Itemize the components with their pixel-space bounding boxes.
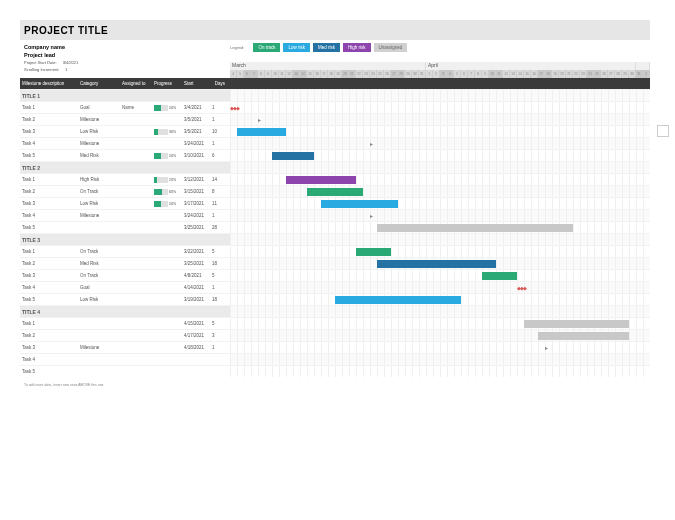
timeline-header: MarchApril 45678910111213141516171819202…: [230, 62, 650, 78]
info-panel: Company name Project lead Project Start …: [20, 40, 230, 78]
task-row[interactable]: Task 5Low Risk3/19/202118: [20, 293, 650, 305]
task-row[interactable]: Task 5Med Risk50%3/10/20216: [20, 149, 650, 161]
task-row[interactable]: Task 1GoalName50%3/4/20211: [20, 101, 650, 113]
group-row[interactable]: TITLE 3: [20, 233, 650, 245]
scroll-value: 1: [65, 67, 67, 72]
month-label: [636, 62, 650, 70]
task-row[interactable]: Task 2Med Risk3/25/202118: [20, 257, 650, 269]
gantt-bar[interactable]: [286, 176, 356, 184]
task-row[interactable]: Task 4Milestone3/24/20211: [20, 137, 650, 149]
month-label: March: [230, 62, 426, 70]
legend-medrisk: Med risk: [313, 43, 340, 52]
gantt-bar[interactable]: [524, 320, 629, 328]
task-row[interactable]: Task 5: [20, 365, 650, 377]
task-row[interactable]: Task 53/25/202128: [20, 221, 650, 233]
task-row[interactable]: Task 24/17/20213: [20, 329, 650, 341]
task-row[interactable]: Task 3Milestone4/18/20211: [20, 341, 650, 353]
legend-unassigned: Unassigned: [374, 43, 408, 52]
company-name: Company name: [24, 43, 226, 51]
gantt-bar[interactable]: [377, 224, 573, 232]
gantt-bar[interactable]: [538, 332, 629, 340]
legend-highrisk: High risk: [343, 43, 371, 52]
task-row[interactable]: Task 4Goal4/14/20211: [20, 281, 650, 293]
stray-selection-box: [657, 125, 669, 137]
task-row[interactable]: Task 3On Track4/8/20215: [20, 269, 650, 281]
gantt-bar[interactable]: [272, 152, 314, 160]
col-start: Start: [182, 81, 210, 86]
gantt-bar[interactable]: [307, 188, 363, 196]
task-row[interactable]: Task 1On Track3/22/20215: [20, 245, 650, 257]
title-band: PROJECT TITLE: [20, 20, 650, 40]
task-row[interactable]: Task 4Milestone3/24/20211: [20, 209, 650, 221]
gantt-bar[interactable]: [258, 116, 265, 124]
task-row[interactable]: Task 2Milestone3/5/20211: [20, 113, 650, 125]
legend: Legend: On track Low risk Med risk High …: [230, 40, 650, 52]
gantt-bar[interactable]: [356, 248, 391, 256]
legend-lowrisk: Low risk: [283, 43, 310, 52]
gantt-bar[interactable]: [230, 105, 251, 113]
col-description: Milestone description: [20, 81, 78, 86]
task-row[interactable]: Task 3Low Risk30%3/5/202110: [20, 125, 650, 137]
start-date-value: 3/4/2021: [63, 60, 79, 65]
task-row[interactable]: Task 3Low Risk50%3/17/202111: [20, 197, 650, 209]
task-rows: TITLE 1Task 1GoalName50%3/4/20211Task 2M…: [20, 89, 650, 377]
footer-note: To add more data, insert new rows ABOVE …: [20, 383, 650, 388]
col-assigned: Assigned to: [120, 81, 152, 86]
legend-label: Legend:: [230, 45, 244, 50]
task-row[interactable]: Task 1High Risk20%3/12/202114: [20, 173, 650, 185]
col-progress: Progress: [152, 81, 182, 86]
column-headers: Milestone description Category Assigned …: [20, 78, 650, 89]
group-row[interactable]: TITLE 2: [20, 161, 650, 173]
gantt-bar[interactable]: [370, 140, 377, 148]
month-label: April: [426, 62, 636, 70]
gantt-bar[interactable]: [370, 212, 377, 220]
scroll-label: Scrolling Increment:: [24, 67, 59, 72]
task-row[interactable]: Task 2On Track60%3/15/20218: [20, 185, 650, 197]
spreadsheet-gantt: PROJECT TITLE Company name Project lead …: [20, 20, 650, 490]
gantt-bar[interactable]: [545, 344, 552, 352]
gantt-bar[interactable]: [321, 200, 398, 208]
gantt-bar[interactable]: [237, 128, 286, 136]
task-row[interactable]: Task 4: [20, 353, 650, 365]
gantt-bar[interactable]: [517, 285, 538, 293]
gantt-bar[interactable]: [482, 272, 517, 280]
gantt-bar[interactable]: [377, 260, 496, 268]
project-title: PROJECT TITLE: [24, 25, 108, 36]
legend-ontrack: On track: [253, 43, 280, 52]
col-days: Days: [210, 81, 230, 86]
start-date-label: Project Start Date:: [24, 60, 57, 65]
task-row[interactable]: Task 14/15/20215: [20, 317, 650, 329]
gantt-bar[interactable]: [335, 296, 461, 304]
project-lead: Project lead: [24, 51, 226, 59]
group-row[interactable]: TITLE 4: [20, 305, 650, 317]
col-category: Category: [78, 81, 120, 86]
group-row[interactable]: TITLE 1: [20, 89, 650, 101]
